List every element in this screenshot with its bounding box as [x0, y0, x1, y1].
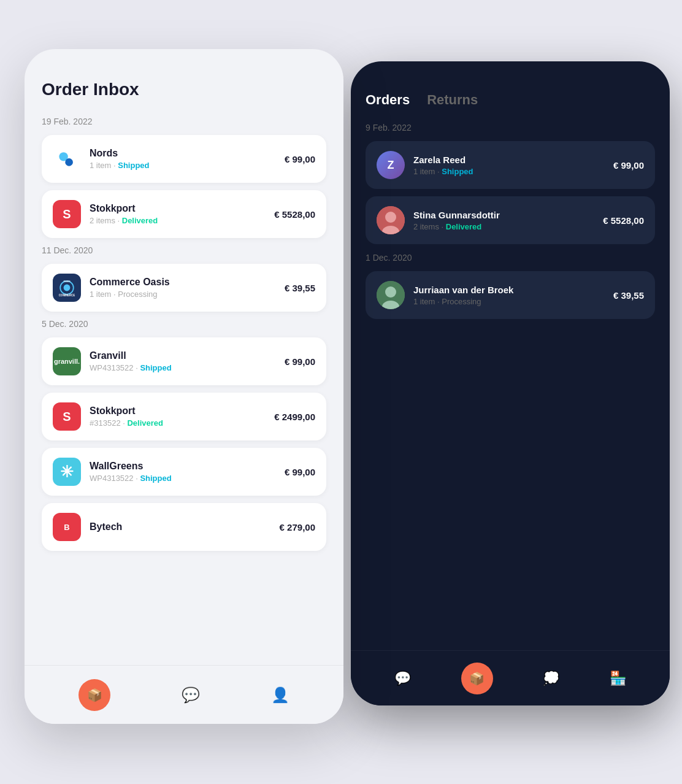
order-amount: € 99,00	[285, 467, 315, 477]
bottom-nav-dark: 💬 📦 💭 🏪	[351, 650, 670, 705]
scene: Orders Returns 9 Feb. 2022 Z Zarela Reed…	[0, 0, 682, 784]
status-badge: Delivered	[446, 222, 482, 231]
brand-logo-stokkport-2: S	[53, 402, 81, 431]
chat-icon[interactable]: 💬	[394, 671, 411, 686]
order-name: Bytech	[90, 521, 274, 532]
order-amount: € 2499,00	[274, 412, 315, 422]
bottom-nav-light: 📦 💬 👤	[25, 665, 343, 724]
list-item[interactable]: Z Zarela Reed 1 item · Shipped € 99,00	[366, 141, 655, 189]
order-sub: 1 item · Processing	[90, 290, 278, 299]
status-badge: Shipped	[140, 363, 171, 372]
avatar	[377, 206, 405, 234]
list-item[interactable]: B Bytech € 279,00	[42, 503, 326, 551]
order-sub: 2 items · Delivered	[413, 222, 597, 231]
status-badge: Shipped	[118, 161, 149, 170]
svg-point-4	[385, 286, 396, 298]
order-amount: € 99,00	[285, 154, 315, 164]
list-item[interactable]: ✳ WallGreens WP4313522 · Shipped € 99,00	[42, 448, 326, 496]
dark-date-2: 1 Dec. 2020	[366, 253, 655, 263]
order-info: Stina Gunnarsdottir 2 items · Delivered	[413, 210, 597, 231]
tab-orders[interactable]: Orders	[366, 92, 410, 108]
list-item[interactable]: granvill. Granvill WP4313522 · Shipped €…	[42, 337, 326, 385]
order-info: Stokkport #313522 · Delivered	[90, 405, 268, 428]
list-item[interactable]: Nords 1 item · Shipped € 99,00	[42, 135, 326, 183]
message-icon[interactable]: 💭	[543, 671, 559, 686]
order-name: WallGreens	[90, 461, 278, 472]
order-info: Granvill WP4313522 · Shipped	[90, 350, 278, 372]
order-sub: WP4313522 · Shipped	[90, 474, 278, 483]
order-name: Stokkport	[90, 405, 268, 417]
chat-icon[interactable]: 💬	[182, 686, 200, 704]
order-name: Nords	[90, 148, 278, 159]
order-sub: #313522 · Delivered	[90, 418, 268, 428]
list-item[interactable]: Stina Gunnarsdottir 2 items · Delivered …	[366, 196, 655, 244]
order-name: Commerce Oasis	[90, 277, 278, 288]
profile-icon[interactable]: 👤	[271, 686, 289, 704]
brand-logo-wallgreens: ✳	[53, 458, 81, 486]
dark-date-1: 9 Feb. 2022	[366, 123, 655, 133]
order-info: Zarela Reed 1 item · Shipped	[413, 155, 607, 176]
status-badge: Processing	[442, 297, 481, 306]
order-name: Zarela Reed	[413, 155, 607, 165]
order-amount: € 5528,00	[274, 209, 315, 220]
store-icon[interactable]: 🏪	[610, 671, 626, 686]
svg-text:OASIS: OASIS	[63, 280, 71, 283]
order-sub: 2 items · Delivered	[90, 216, 268, 225]
status-badge: Processing	[118, 290, 157, 299]
order-info: WallGreens WP4313522 · Shipped	[90, 461, 278, 483]
list-item[interactable]: S Stokkport 2 items · Delivered € 5528,0…	[42, 190, 326, 238]
order-name: Stokkport	[90, 203, 268, 214]
avatar	[377, 281, 405, 309]
list-item[interactable]: Jurriaan van der Broek 1 item · Processi…	[366, 271, 655, 319]
order-info: Nords 1 item · Shipped	[90, 148, 278, 170]
order-amount: € 279,00	[280, 522, 315, 532]
order-name: Jurriaan van der Broek	[413, 285, 607, 295]
status-badge: Delivered	[127, 418, 163, 428]
order-sub: 1 item · Shipped	[90, 161, 278, 170]
brand-logo-granvill: granvill.	[53, 347, 81, 375]
inbox-button[interactable]: 📦	[461, 663, 493, 694]
brand-logo-commerce: COMMERCE OASIS	[53, 274, 81, 302]
list-item[interactable]: COMMERCE OASIS Commerce Oasis 1 item · P…	[42, 264, 326, 312]
order-sub: 1 item · Shipped	[413, 167, 607, 176]
order-info: Stokkport 2 items · Delivered	[90, 203, 268, 225]
brand-logo-bytech: B	[53, 513, 81, 541]
order-info: Jurriaan van der Broek 1 item · Processi…	[413, 285, 607, 306]
brand-logo-stokkport: S	[53, 200, 81, 228]
dark-tabs: Orders Returns	[366, 92, 655, 108]
inbox-button[interactable]: 📦	[79, 679, 110, 711]
order-name: Stina Gunnarsdottir	[413, 210, 597, 220]
dark-phone: Orders Returns 9 Feb. 2022 Z Zarela Reed…	[351, 61, 670, 705]
date-label-2: 11 Dec. 2020	[42, 245, 326, 255]
svg-text:COMMERCE: COMMERCE	[59, 294, 75, 297]
light-phone: Order Inbox 19 Feb. 2022 Nords 1 item · …	[25, 49, 343, 724]
order-sub: WP4313522 · Shipped	[90, 363, 278, 372]
tab-returns[interactable]: Returns	[427, 92, 478, 108]
status-badge: Shipped	[140, 474, 171, 483]
svg-point-7	[65, 158, 73, 166]
order-amount: € 99,00	[285, 356, 315, 367]
svg-point-10	[64, 285, 71, 291]
order-info: Bytech	[90, 521, 274, 532]
order-name: Granvill	[90, 350, 278, 361]
list-item[interactable]: S Stokkport #313522 · Delivered € 2499,0…	[42, 393, 326, 440]
svg-point-1	[385, 212, 396, 223]
order-amount: € 39,55	[613, 290, 644, 301]
status-badge: Shipped	[442, 167, 473, 176]
order-amount: € 5528,00	[603, 215, 644, 226]
status-badge: Delivered	[122, 216, 158, 225]
order-amount: € 99,00	[613, 160, 644, 171]
page-title: Order Inbox	[42, 80, 326, 99]
order-amount: € 39,55	[285, 283, 315, 293]
avatar: Z	[377, 151, 405, 179]
brand-logo-nords	[53, 145, 81, 173]
date-label-3: 5 Dec. 2020	[42, 319, 326, 329]
date-label-1: 19 Feb. 2022	[42, 117, 326, 126]
order-info: Commerce Oasis 1 item · Processing	[90, 277, 278, 299]
order-sub: 1 item · Processing	[413, 297, 607, 306]
